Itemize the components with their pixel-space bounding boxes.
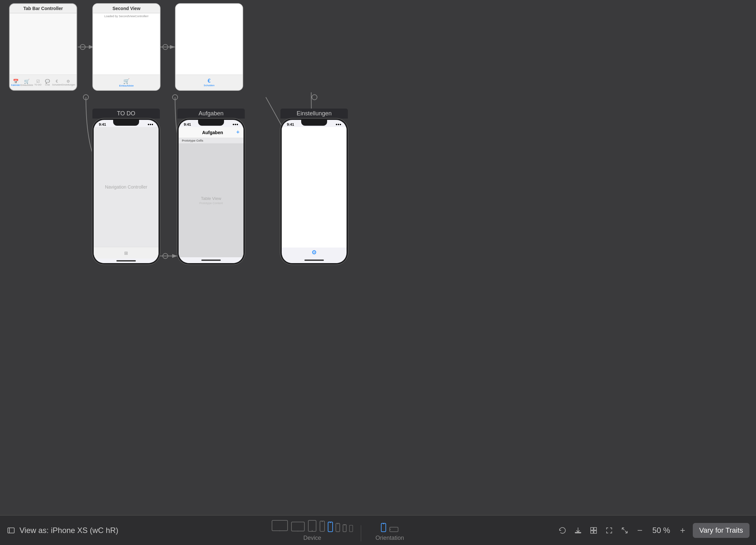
svg-rect-21 [328,522,333,532]
svg-rect-15 [291,522,304,531]
svg-point-10 [163,254,168,259]
device-ipad-portrait[interactable] [308,520,317,533]
svg-rect-19 [320,521,325,531]
device-iphone-smaller[interactable] [343,524,347,533]
second-view-tab: 🛒 Einkaufsliste [93,75,160,90]
tab-bar-controller-title: Tab Bar Controller [10,4,77,13]
device-iphone-short[interactable] [336,523,340,533]
svg-rect-30 [390,527,398,532]
device-ipad-medium[interactable] [291,521,305,533]
einstellungen-status-time: 9:41 [287,123,294,126]
device-label: Device [303,535,321,541]
table-view-label: Table View [201,196,221,201]
zoom-out-btn[interactable]: − [635,526,645,535]
device-iphone-tall[interactable] [319,520,325,533]
svg-point-18 [312,530,313,531]
svg-point-6 [83,95,89,100]
vary-traits-btn[interactable]: Vary for Traits [693,523,750,538]
device-orientation-divider [361,525,361,541]
aufgaben-status-time: 9:41 [184,123,191,126]
svg-rect-13 [272,520,288,531]
svg-rect-34 [594,527,597,530]
svg-point-3 [80,44,85,50]
svg-rect-36 [594,531,597,533]
second-view-subtitle: Loaded by SecondViewControllerr [93,13,160,19]
prototype-cells-label: Prototype Cells [179,138,243,144]
svg-rect-35 [591,531,593,533]
svg-rect-28 [381,523,386,532]
tab-chat[interactable]: 💬 Chat [43,79,52,86]
svg-rect-33 [591,527,593,530]
einstellungen-scene-bar: Einstellungen [280,109,348,119]
tab-todo[interactable]: ☑ TO DO [33,79,42,86]
second-view-title: Second View [93,4,160,13]
svg-rect-27 [349,525,353,532]
svg-rect-11 [8,528,14,533]
table-view-prototype-content: Prototype Content [199,202,223,205]
expand-btn[interactable] [620,525,630,536]
download-btn[interactable] [573,525,583,536]
todo-status-time: 9:41 [99,123,106,126]
third-view-tab: € Schulden [176,75,242,90]
svg-point-5 [163,44,168,50]
svg-point-8 [312,95,317,100]
orientation-label: Orientation [375,535,404,541]
svg-rect-23 [336,523,340,532]
sidebar-toggle-btn[interactable] [6,526,16,535]
svg-point-16 [298,531,299,532]
svg-point-14 [279,530,280,531]
undo-btn[interactable] [557,525,568,536]
zoom-level: 50 % [650,526,673,535]
aufgaben-scene-bar: Aufgaben [177,109,245,119]
svg-point-7 [172,95,178,100]
tab-einkaufsliste[interactable]: 🛒 Einkaufsliste [20,79,33,86]
device-iphone-active[interactable] [328,522,333,533]
tab-schulden[interactable]: € Schulden [52,79,62,86]
orientation-landscape[interactable] [389,527,398,533]
view-as-label: View as: iPhone XS (wC hR) [19,526,118,535]
todo-scene-bar: TO DO [92,109,160,119]
aufgaben-nav-title: Aufgaben [202,130,223,135]
tab-kalender[interactable]: 📅 Kalender [11,79,20,86]
grid-btn[interactable] [588,525,599,536]
todo-nav-label: Navigation Controller [105,184,148,190]
svg-rect-32 [575,532,581,533]
tab-einstellungen[interactable]: ⚙ Einstellungen [62,79,75,86]
fit-btn[interactable] [604,525,614,536]
device-iphone-se[interactable] [349,525,353,533]
svg-rect-25 [343,525,346,532]
aufgaben-add-btn[interactable]: + [236,129,240,136]
zoom-in-btn[interactable]: + [678,526,688,535]
svg-rect-17 [308,520,316,531]
device-ipad-large[interactable] [271,519,288,533]
orientation-portrait[interactable] [381,523,386,533]
